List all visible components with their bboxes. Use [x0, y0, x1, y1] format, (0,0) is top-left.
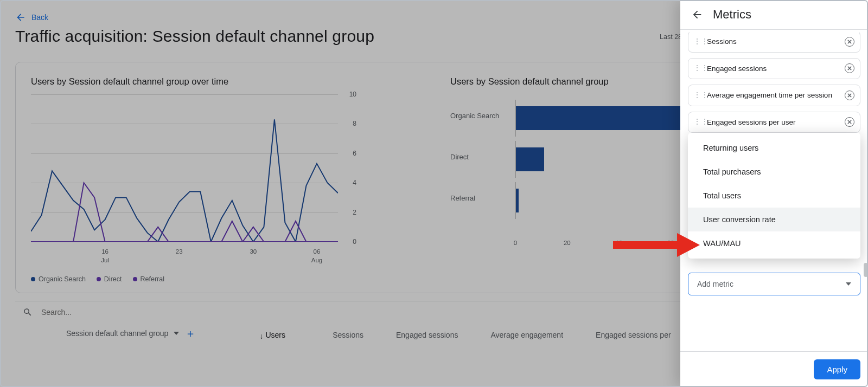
metric-option[interactable]: Total users [688, 184, 860, 208]
metric-chip-label: Engaged sessions [707, 64, 767, 73]
metrics-panel: Metrics ⋮⋮Sessions⋮⋮Engaged sessions⋮⋮Av… [680, 0, 868, 387]
add-metric-select[interactable]: Add metric [688, 273, 860, 295]
apply-button[interactable]: Apply [814, 359, 860, 379]
annotation-arrow [613, 233, 700, 257]
metrics-title: Metrics [713, 8, 751, 22]
metric-chip-label: Sessions [707, 37, 737, 46]
panel-back-button[interactable] [691, 9, 703, 21]
remove-metric-button[interactable] [845, 117, 854, 127]
metric-chip-label: Average engagement time per session [707, 91, 832, 99]
drag-handle-icon[interactable]: ⋮⋮ [694, 91, 709, 100]
metric-option[interactable]: WAU/MAU [688, 231, 860, 255]
metric-chip[interactable]: ⋮⋮Sessions [688, 31, 860, 53]
drag-handle-icon[interactable]: ⋮⋮ [694, 37, 709, 46]
metric-chip[interactable]: ⋮⋮Engaged sessions [688, 58, 860, 80]
scrollbar-thumb[interactable] [864, 263, 868, 277]
remove-metric-button[interactable] [845, 63, 854, 73]
caret-down-icon [846, 282, 851, 286]
metric-option[interactable]: Total purchasers [688, 160, 860, 184]
add-metric-label: Add metric [697, 280, 733, 288]
metric-chip[interactable]: ⋮⋮Average engagement time per session [688, 85, 860, 106]
svg-marker-1 [677, 233, 700, 257]
arrow-left-icon [691, 9, 703, 21]
metric-chip[interactable]: ⋮⋮Engaged sessions per user [688, 112, 860, 133]
metric-dropdown: Returning usersTotal purchasersTotal use… [688, 133, 860, 259]
svg-rect-0 [613, 241, 678, 249]
metric-chip-label: Engaged sessions per user [707, 118, 796, 126]
metric-option[interactable]: Returning users [688, 136, 860, 160]
drag-handle-icon[interactable]: ⋮⋮ [694, 118, 709, 127]
drag-handle-icon[interactable]: ⋮⋮ [694, 64, 709, 73]
remove-metric-button[interactable] [845, 91, 854, 100]
remove-metric-button[interactable] [845, 37, 854, 47]
metric-option[interactable]: User conversion rate [688, 208, 860, 231]
